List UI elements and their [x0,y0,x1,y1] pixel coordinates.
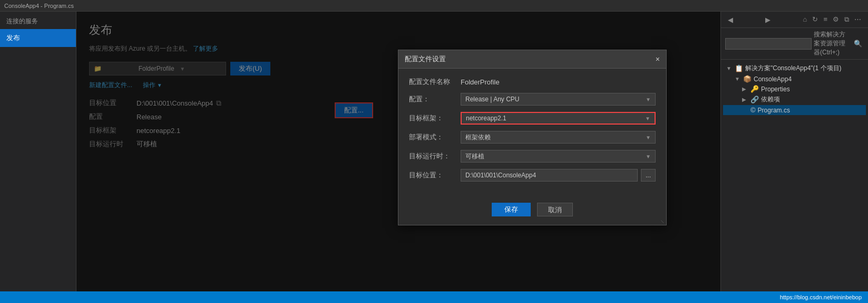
dialog-location-row: 目标位置： ... [409,169,656,182]
right-panel: ◀ ▶ ⌂ ↻ ≡ ⚙ ⧉ ⋯ 搜索解决方案资源管理器(Ctrl+;) 🔍 ▼ … [720,12,868,291]
dialog-framework-row: 目标框架： netcoreapp2.1 ▼ [409,112,656,125]
dependencies-arrow-icon: ▶ [742,97,748,102]
framework-dropdown-arrow-icon: ▼ [645,116,650,121]
status-bar: https://blog.csdn.net/eininbebop [0,291,868,303]
copy2-icon[interactable]: ⧉ [843,15,851,24]
project-icon: 📦 [743,75,752,83]
project-arrow-icon: ▼ [735,76,741,82]
config-dialog: 配置文件设置 × 配置文件名称 FolderProfile 配置： Releas… [398,50,667,225]
config-dropdown-arrow-icon: ▼ [646,97,651,102]
dialog-deploy-mode-label: 部署模式： [409,132,456,142]
dialog-close-button[interactable]: × [656,55,660,63]
dialog-location-input-row: ... [461,169,656,182]
solution-label: 解决方案"ConsoleApp4"(1 个项目) [745,64,842,73]
dependencies-icon: 🔗 [750,96,759,103]
dialog-save-button[interactable]: 保存 [492,203,531,216]
sidebar: 连接的服务 发布 [0,12,76,291]
dialog-footer: 保存 取消 [398,196,666,225]
solution-search-bar: 搜索解决方案资源管理器(Ctrl+;) 🔍 [721,28,868,60]
resize-handle-icon[interactable]: ⟍ [660,219,666,225]
dialog-location-label: 目标位置： [409,171,456,180]
solution-search-label: 搜索解决方案资源管理器(Ctrl+;) [814,30,850,57]
dialog-cancel-button[interactable]: 取消 [537,203,573,216]
settings-icon[interactable]: ⚙ [831,15,841,24]
sidebar-header: 连接的服务 [0,12,76,29]
project-label: ConsoleApp4 [754,75,792,83]
dependencies-label: 依赖项 [761,95,780,104]
publish-area: 发布 将应用发布到 Azure 或另一台主机。 了解更多 📁 FolderPro… [76,12,720,291]
sidebar-item-publish[interactable]: 发布 [0,29,76,47]
solution-search-input[interactable] [725,38,812,50]
dialog-config-label: 配置： [409,94,456,104]
status-url: https://blog.csdn.net/eininbebop [780,294,862,300]
dialog-profile-name-row: 配置文件名称 FolderProfile [409,77,656,87]
project-node[interactable]: ▼ 📦 ConsoleApp4 [723,74,866,84]
nav-back-icon[interactable]: ◀ [726,15,735,24]
dialog-profile-name-label: 配置文件名称 [409,77,456,87]
dialog-framework-label: 目标框架： [409,113,456,123]
properties-icon: 🔑 [750,85,759,93]
dialog-title-bar: 配置文件设置 × [398,50,666,69]
program-cs-label: Program.cs [758,107,790,114]
dialog-location-input[interactable] [461,169,638,182]
dialog-framework-dropdown[interactable]: netcoreapp2.1 ▼ [461,112,656,125]
program-cs-icon: © [750,106,756,114]
title-bar: ConsoleApp4 - Program.cs [0,0,868,12]
dependencies-node[interactable]: ▶ 🔗 依赖项 [723,94,866,105]
dialog-body: 配置文件名称 FolderProfile 配置： Release | Any C… [398,69,666,196]
solution-tree: ▼ 📋 解决方案"ConsoleApp4"(1 个项目) ▼ 📦 Console… [721,60,868,291]
dialog-runtime-row: 目标运行时： 可移植 ▼ [409,150,656,163]
deploy-dropdown-arrow-icon: ▼ [646,135,651,140]
main-layout: 连接的服务 发布 发布 将应用发布到 Azure 或另一台主机。 了解更多 📁 … [0,12,868,291]
dialog-runtime-label: 目标运行时： [409,152,456,161]
dialog-config-row: 配置： Release | Any CPU ▼ [409,93,656,106]
program-cs-node[interactable]: © Program.cs [723,105,866,115]
right-panel-header: ◀ ▶ ⌂ ↻ ≡ ⚙ ⧉ ⋯ [721,12,868,28]
more-icon[interactable]: ⋯ [853,15,863,24]
dialog-title-text: 配置文件设置 [405,54,446,64]
nav-forward-icon[interactable]: ▶ [764,15,772,24]
properties-label: Properties [761,86,790,93]
dialog-config-dropdown[interactable]: Release | Any CPU ▼ [461,93,656,106]
search-icon[interactable]: 🔍 [852,39,864,48]
solution-icon: 📋 [735,64,743,72]
dialog-browse-button[interactable]: ... [641,169,656,182]
solution-arrow-icon: ▼ [726,65,733,71]
solution-node[interactable]: ▼ 📋 解决方案"ConsoleApp4"(1 个项目) [723,63,866,74]
right-panel-toolbar: ⌂ ↻ ≡ ⚙ ⧉ ⋯ [802,15,863,24]
dialog-runtime-dropdown[interactable]: 可移植 ▼ [461,150,656,163]
properties-arrow-icon: ▶ [742,86,748,92]
dialog-profile-name-value: FolderProfile [461,78,656,86]
dialog-deploy-mode-row: 部署模式： 框架依赖 ▼ [409,131,656,144]
home-icon[interactable]: ⌂ [802,15,809,24]
sync-icon[interactable]: ↻ [811,15,820,24]
filter-icon[interactable]: ≡ [822,15,829,24]
properties-node[interactable]: ▶ 🔑 Properties [723,84,866,94]
dialog-deploy-mode-dropdown[interactable]: 框架依赖 ▼ [461,131,656,144]
title-text: ConsoleApp4 - Program.cs [4,3,74,9]
runtime-dropdown-arrow-icon: ▼ [646,154,651,159]
